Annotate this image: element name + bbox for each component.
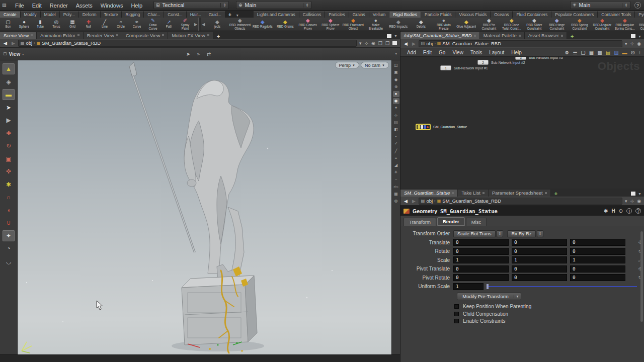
tool-rbd-fractured-object[interactable]: ◆RBD Fractured Object [342, 18, 364, 31]
select-arrow-icon[interactable]: ➤ [3, 102, 15, 113]
tool-rbd-angular-constraint[interactable]: ◆RBD Angular Constraint [591, 18, 613, 31]
network-editor-canvas[interactable]: Objects 1Sub-Network Input #12Sub-Networ… [400, 57, 644, 189]
render-flag[interactable] [421, 125, 423, 129]
network-menu-view[interactable]: View [449, 50, 467, 55]
menu-assets[interactable]: Assets [72, 2, 97, 10]
globe-icon[interactable]: ◉ [371, 41, 375, 46]
shelf-tab-modify[interactable]: Modify [21, 11, 41, 18]
shelfset-selector[interactable]: ⊕ Main ⇕ [236, 1, 311, 9]
param-tab-render[interactable]: Render [437, 217, 465, 226]
help-icon[interactable]: ? [635, 208, 641, 214]
tab-motion-fx-view[interactable]: Motion FX View [168, 32, 213, 39]
tab-render-view[interactable]: Render View [84, 32, 122, 39]
point-normals-icon[interactable]: ╱ [393, 148, 399, 154]
spinner-icon[interactable]: ⇕ [303, 3, 309, 8]
tool-box[interactable]: ▢Box [0, 18, 16, 31]
tools-icon[interactable]: ⚙ [565, 50, 569, 55]
tab-asset-browser[interactable]: Asset Browser [525, 32, 567, 39]
lamp-icon[interactable]: ◍ [393, 198, 399, 204]
spinner-icon[interactable]: ⇕ [497, 230, 504, 237]
shelf-tab-viscous-fluids[interactable]: Viscous Fluids [455, 11, 491, 18]
tool-tube[interactable]: ▮Tube [32, 18, 48, 31]
uniform-scale-field[interactable]: 1 [453, 283, 484, 290]
add-tab-button[interactable]: + [567, 33, 577, 39]
camera-selector[interactable]: No cam ▼ [361, 62, 389, 68]
enable-constraints-checkbox[interactable] [454, 319, 459, 323]
maximize-pane-icon[interactable] [631, 34, 635, 38]
tool-rbd-auto-freeze[interactable]: ●RBD Auto Freeze [432, 18, 455, 31]
shelf-tab-texture[interactable]: Texture [101, 11, 122, 18]
shelf-tab-pyro-fx[interactable]: Pyro FX [635, 11, 644, 18]
color-palette-icon[interactable]: ▦ [589, 50, 594, 55]
tool-rbd-spring-constraint[interactable]: ◆RBD Spring Constraint [568, 18, 591, 31]
back-arrow-icon[interactable]: ◀ [403, 41, 409, 46]
shelf-tab-populate-containers[interactable]: Populate Containers [551, 11, 598, 18]
new-pane-icon[interactable]: ▢ [581, 50, 585, 55]
shelf-tab-menu-icon[interactable]: ▾ [234, 13, 240, 18]
menu-file[interactable]: File [11, 2, 28, 10]
info-icon[interactable]: i [626, 208, 632, 214]
search-icon[interactable]: ⊙ [619, 208, 623, 214]
tool-line[interactable]: ╱Line [97, 18, 113, 31]
shelf-tab-fluid-containers[interactable]: Fluid Containers [513, 11, 551, 18]
tool-rbd-impacts[interactable]: ◆RBD Impacts [387, 18, 410, 31]
scale-tool-icon[interactable]: ▣ [3, 153, 15, 164]
tool-rbd-parent-constraint[interactable]: ◆RBD Parent Constraint [636, 18, 644, 31]
view-tool-icon[interactable]: ▲ [3, 63, 15, 74]
network-menu-tools[interactable]: Tools [467, 50, 486, 55]
chevron-down-icon[interactable]: ▾ [625, 199, 627, 204]
tab-handle[interactable] [519, 35, 521, 37]
lasso-select-icon[interactable]: ➣ [196, 51, 200, 57]
menu-render[interactable]: Render [46, 2, 72, 10]
shelf-tab-vellum[interactable]: Vellum [369, 11, 390, 18]
uniform-scale-slider[interactable] [487, 284, 637, 290]
shelf-tab-char[interactable]: Char... [144, 11, 164, 18]
breadcrumb[interactable]: ▤obj›▦SM_Guardian_Statue_RBD [18, 40, 357, 47]
select-objects-icon[interactable]: ▶ [3, 115, 15, 126]
light-icon[interactable]: ⊹ [393, 113, 399, 119]
tool-spray-paint[interactable]: ✐Spray Paint [177, 18, 193, 31]
translate-field-x[interactable]: 0 [453, 239, 509, 246]
tab-handle[interactable] [545, 192, 547, 194]
tool-rbd-grains[interactable]: ◆RBD Grains [274, 18, 296, 31]
network-menu-help[interactable]: Help [508, 50, 525, 55]
shelf-tab-deform[interactable]: Deform [79, 11, 101, 18]
scale-field-z[interactable]: 1 [570, 256, 625, 263]
menu-edit[interactable]: Edit [28, 2, 46, 10]
pose-tool-icon[interactable]: ✜ [3, 166, 15, 177]
forward-arrow-icon[interactable]: ▶ [411, 41, 417, 46]
shelf-tab-grains[interactable]: Grains [349, 11, 369, 18]
viewport-3d-canvas[interactable]: Persp ▼ No cam ▼ [18, 60, 391, 354]
pane-link-icon[interactable]: ◫ [393, 62, 399, 68]
tool-make-breakable[interactable]: ●Make Breakable [364, 18, 387, 31]
shelf-tab-collisions[interactable]: Collisions [299, 11, 325, 18]
translate-handle-icon[interactable]: ⇄ [207, 51, 211, 57]
network-menu-add[interactable]: Add [404, 50, 420, 55]
modify-pretransform-dropdown[interactable]: Modify Pre-Transform▼ [457, 293, 521, 300]
tab-composite-view[interactable]: Composite View [122, 32, 168, 39]
breadcrumb-node[interactable]: SM_Guardian_Statue_RBD [442, 198, 501, 204]
network-menu-go[interactable]: Go [435, 50, 449, 55]
tool-path[interactable]: ➚Path [161, 18, 177, 31]
pivot-rotate-field-y[interactable]: 0 [512, 274, 567, 281]
cubes-icon[interactable]: ❒ [385, 41, 389, 46]
viewport-view-menu[interactable]: ⊡ View ▾ [3, 51, 24, 57]
shade-mode-icon[interactable]: ● [393, 91, 399, 97]
display-flag[interactable] [418, 125, 420, 129]
select-arrow-icon[interactable]: ➤ [186, 51, 190, 57]
gear-icon[interactable]: ✱ [604, 208, 608, 214]
template-flag[interactable] [424, 125, 426, 129]
scale-field-y[interactable]: 1 [512, 256, 567, 263]
app-menu-icon[interactable]: ▤ [2, 3, 8, 8]
background-image-icon[interactable]: ▨ [614, 50, 618, 55]
param-tab-misc[interactable]: Misc [466, 218, 487, 226]
back-arrow-icon[interactable]: ◀ [2, 41, 9, 46]
tab-handle[interactable] [162, 34, 164, 36]
houdini-handle-icon[interactable]: H [611, 208, 615, 214]
breadcrumb-root[interactable]: obj [26, 40, 32, 46]
headlight-icon[interactable]: ✦ [393, 105, 399, 111]
tool-debris[interactable]: ◆Debris [410, 18, 432, 31]
shelf-tab-lights-and-cameras[interactable]: Lights and Cameras [254, 11, 299, 18]
node-sub-network-input-3[interactable]: 3Sub-Network Input #3 [515, 57, 563, 60]
text-overlay-icon[interactable]: abc [393, 184, 399, 190]
